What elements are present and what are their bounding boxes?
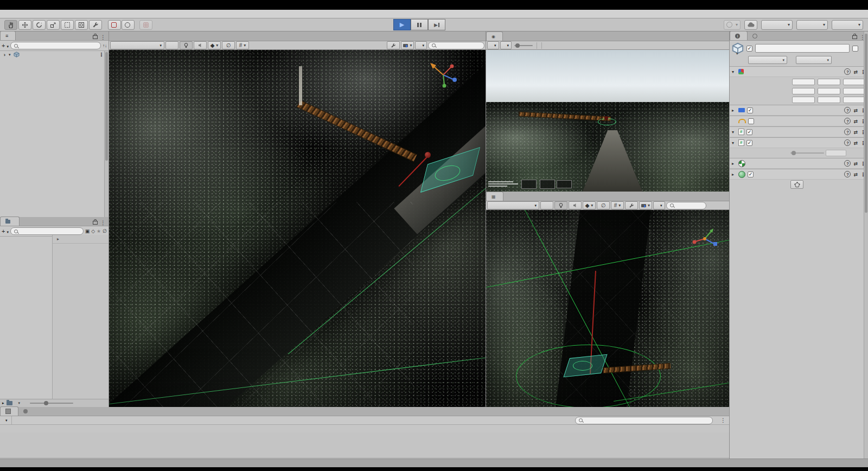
console-tab[interactable] xyxy=(0,406,18,416)
lock-icon[interactable] xyxy=(93,221,98,225)
editor-dropdown[interactable]: ▾ xyxy=(0,416,12,424)
scene-visibility-toggle[interactable]: ∅ xyxy=(597,201,610,209)
tool-settings-icon[interactable] xyxy=(625,201,638,209)
chevron-down-icon[interactable]: ▾ xyxy=(9,53,14,57)
scene2-tab[interactable]: ▦ xyxy=(486,192,503,201)
camera-settings-icon[interactable] xyxy=(639,201,652,209)
inspector-tab[interactable]: i xyxy=(730,31,748,40)
thumbnail-size-slider[interactable] xyxy=(30,403,73,404)
grid-visibility-icon[interactable]: # xyxy=(236,41,249,49)
pivot-toggle[interactable] xyxy=(108,20,121,30)
presets-icon[interactable] xyxy=(853,118,858,124)
sort-icon[interactable]: ↑↓ xyxy=(103,43,107,48)
scale-tool-icon[interactable] xyxy=(47,20,60,30)
hierarchy-scrollbar[interactable] xyxy=(104,51,108,217)
hud-mini-button[interactable] xyxy=(521,180,537,189)
rotation-x-field[interactable] xyxy=(792,88,815,94)
scene-orientation-gizmo[interactable] xyxy=(427,60,459,90)
presets-icon[interactable] xyxy=(853,139,858,146)
fmod-listener-component-header[interactable]: ▾ xyxy=(730,137,868,148)
help-icon[interactable] xyxy=(844,68,851,75)
display-dropdown[interactable]: ▾ xyxy=(487,41,499,49)
scene-search-input[interactable] xyxy=(428,42,484,49)
help-icon[interactable] xyxy=(844,107,851,113)
chevron-down-icon[interactable]: ▾ xyxy=(732,141,736,145)
help-icon[interactable] xyxy=(844,160,851,167)
cloud-button[interactable] xyxy=(744,20,757,30)
rotation-z-field[interactable] xyxy=(843,88,866,94)
hud-mini-button[interactable] xyxy=(557,180,572,188)
camera-settings-icon[interactable] xyxy=(401,41,414,49)
lighting-toggle-icon[interactable] xyxy=(180,41,193,49)
chevron-down-icon[interactable]: ▾ xyxy=(732,69,736,74)
position-y-field[interactable] xyxy=(818,79,840,85)
scale-y-field[interactable] xyxy=(818,97,840,103)
camera-follow-script-header[interactable]: ▾ xyxy=(730,126,868,137)
effects-toggle-icon[interactable]: ◆ xyxy=(208,41,221,49)
presets-icon[interactable] xyxy=(853,68,858,75)
hud-mini-button[interactable] xyxy=(540,180,555,189)
custom-tool-icon[interactable] xyxy=(89,20,102,30)
layers-dropdown[interactable] xyxy=(796,20,828,30)
favorites-star-icon[interactable]: ★ xyxy=(97,228,101,234)
collab-button[interactable] xyxy=(724,20,741,30)
scale-control[interactable] xyxy=(513,45,534,46)
rotate-tool-icon[interactable] xyxy=(33,20,46,30)
scene2-viewport[interactable] xyxy=(486,210,729,410)
panel-menu-icon[interactable] xyxy=(100,34,106,40)
listener-index-field[interactable] xyxy=(826,150,846,156)
panel-menu-icon[interactable] xyxy=(100,219,106,226)
scene-search-input[interactable] xyxy=(666,202,706,209)
edit-collider-button[interactable] xyxy=(790,180,803,189)
listener-index-slider[interactable] xyxy=(790,152,824,154)
grid-snap-icon[interactable] xyxy=(139,20,152,30)
static-checkbox[interactable] xyxy=(852,46,858,52)
layout-dropdown[interactable] xyxy=(832,20,863,30)
presets-icon[interactable] xyxy=(853,160,858,167)
fmod-enabled-checkbox[interactable] xyxy=(746,140,752,146)
rect-tool-icon[interactable] xyxy=(61,20,74,30)
help-icon[interactable] xyxy=(844,129,851,135)
position-z-field[interactable] xyxy=(843,79,866,85)
account-dropdown[interactable] xyxy=(761,20,793,30)
grid-visibility-icon[interactable]: # xyxy=(611,201,624,209)
game-viewport[interactable] xyxy=(486,50,729,192)
chevron-right-icon[interactable]: ▸ xyxy=(732,161,736,166)
create-button[interactable]: + ▾ xyxy=(2,228,9,234)
lock-icon[interactable] xyxy=(852,35,857,39)
presets-icon[interactable] xyxy=(853,107,858,113)
audio-listener-enabled-checkbox[interactable] xyxy=(748,118,754,124)
transform-component-header[interactable]: ▾ xyxy=(730,66,868,77)
audio-toggle-icon[interactable] xyxy=(569,201,582,209)
move-tool-icon[interactable] xyxy=(18,20,31,30)
transform-combined-tool-icon[interactable] xyxy=(75,20,88,30)
script-enabled-checkbox[interactable] xyxy=(746,129,752,135)
scene-visibility-icon[interactable]: ◑ xyxy=(1,52,8,58)
gameobject-cube-icon[interactable]: ▾ xyxy=(732,42,744,54)
search-by-type-icon[interactable]: ▣ xyxy=(85,228,90,234)
chevron-right-icon[interactable]: ▸ xyxy=(732,172,736,177)
step-button[interactable]: ▶ xyxy=(428,19,445,30)
console-log-area[interactable] xyxy=(0,432,729,459)
sphere-collider-component-header[interactable]: ▸ xyxy=(730,169,868,180)
help-icon[interactable] xyxy=(844,139,851,146)
scene-viewport[interactable] xyxy=(109,50,486,408)
chevron-right-icon[interactable]: ▸ xyxy=(732,108,736,113)
pause-button[interactable] xyxy=(411,19,428,30)
scene-menu-icon[interactable] xyxy=(99,52,104,58)
rigidbody-component-header[interactable]: ▸ xyxy=(730,158,868,169)
tool-settings-icon[interactable] xyxy=(387,41,400,49)
inspector-scrollbar[interactable] xyxy=(864,31,868,459)
scale-x-field[interactable] xyxy=(792,97,815,103)
chevron-down-icon[interactable]: ▾ xyxy=(732,130,736,135)
scene-orientation-gizmo[interactable] xyxy=(690,225,719,252)
camera-enabled-checkbox[interactable] xyxy=(747,107,753,113)
packages-filter-icon[interactable]: ▾ xyxy=(18,401,21,405)
presets-icon[interactable] xyxy=(853,129,858,135)
help-icon[interactable] xyxy=(844,171,851,177)
shading-mode-dropdown[interactable]: ▾ xyxy=(487,201,539,209)
scale-z-field[interactable] xyxy=(843,97,866,103)
resolution-dropdown[interactable]: ▾ xyxy=(500,41,512,49)
play-button[interactable]: ▶ xyxy=(393,19,411,30)
position-x-field[interactable] xyxy=(792,79,815,85)
